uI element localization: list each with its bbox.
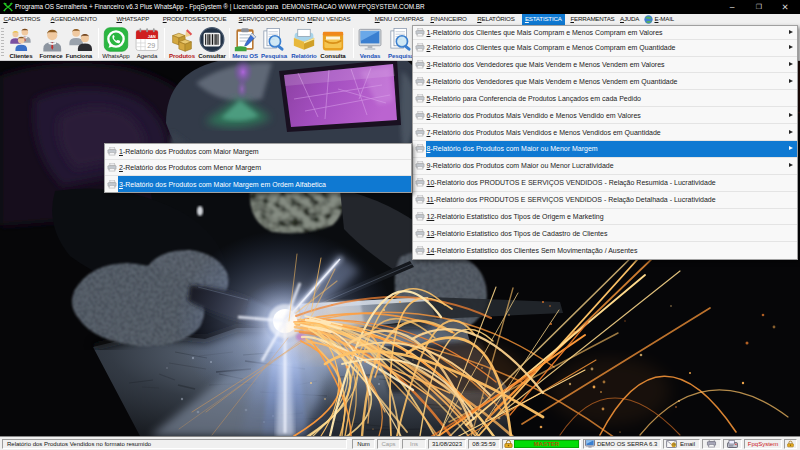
svg-text:JAN: JAN xyxy=(148,34,156,39)
svg-text:@: @ xyxy=(672,442,676,447)
svg-text:29: 29 xyxy=(147,42,155,50)
